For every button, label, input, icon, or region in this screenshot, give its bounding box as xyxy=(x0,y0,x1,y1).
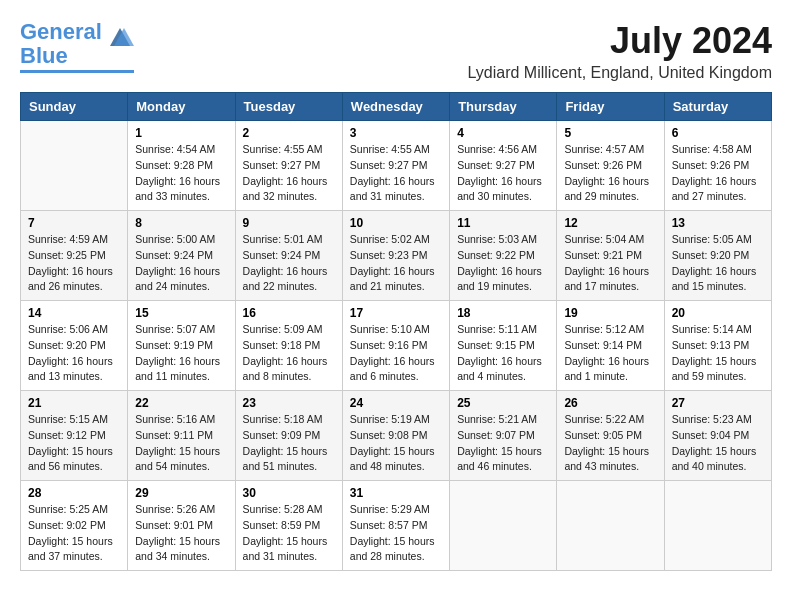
day-info: Sunrise: 5:10 AMSunset: 9:16 PMDaylight:… xyxy=(350,322,442,385)
calendar-table: SundayMondayTuesdayWednesdayThursdayFrid… xyxy=(20,92,772,571)
calendar-cell: 11Sunrise: 5:03 AMSunset: 9:22 PMDayligh… xyxy=(450,211,557,301)
calendar-cell: 6Sunrise: 4:58 AMSunset: 9:26 PMDaylight… xyxy=(664,121,771,211)
calendar-week-row: 21Sunrise: 5:15 AMSunset: 9:12 PMDayligh… xyxy=(21,391,772,481)
calendar-week-row: 28Sunrise: 5:25 AMSunset: 9:02 PMDayligh… xyxy=(21,481,772,571)
calendar-header-row: SundayMondayTuesdayWednesdayThursdayFrid… xyxy=(21,93,772,121)
day-number: 10 xyxy=(350,216,442,230)
calendar-cell: 21Sunrise: 5:15 AMSunset: 9:12 PMDayligh… xyxy=(21,391,128,481)
day-number: 3 xyxy=(350,126,442,140)
calendar-cell: 26Sunrise: 5:22 AMSunset: 9:05 PMDayligh… xyxy=(557,391,664,481)
weekday-header-sunday: Sunday xyxy=(21,93,128,121)
day-info: Sunrise: 5:22 AMSunset: 9:05 PMDaylight:… xyxy=(564,412,656,475)
calendar-cell: 24Sunrise: 5:19 AMSunset: 9:08 PMDayligh… xyxy=(342,391,449,481)
day-info: Sunrise: 5:12 AMSunset: 9:14 PMDaylight:… xyxy=(564,322,656,385)
day-number: 4 xyxy=(457,126,549,140)
calendar-cell: 31Sunrise: 5:29 AMSunset: 8:57 PMDayligh… xyxy=(342,481,449,571)
day-number: 26 xyxy=(564,396,656,410)
day-info: Sunrise: 4:55 AMSunset: 9:27 PMDaylight:… xyxy=(350,142,442,205)
calendar-cell: 1Sunrise: 4:54 AMSunset: 9:28 PMDaylight… xyxy=(128,121,235,211)
day-info: Sunrise: 4:59 AMSunset: 9:25 PMDaylight:… xyxy=(28,232,120,295)
day-info: Sunrise: 5:25 AMSunset: 9:02 PMDaylight:… xyxy=(28,502,120,565)
calendar-cell xyxy=(557,481,664,571)
day-info: Sunrise: 5:26 AMSunset: 9:01 PMDaylight:… xyxy=(135,502,227,565)
calendar-cell: 25Sunrise: 5:21 AMSunset: 9:07 PMDayligh… xyxy=(450,391,557,481)
day-info: Sunrise: 5:19 AMSunset: 9:08 PMDaylight:… xyxy=(350,412,442,475)
day-info: Sunrise: 5:21 AMSunset: 9:07 PMDaylight:… xyxy=(457,412,549,475)
calendar-cell: 14Sunrise: 5:06 AMSunset: 9:20 PMDayligh… xyxy=(21,301,128,391)
day-number: 2 xyxy=(243,126,335,140)
calendar-cell: 2Sunrise: 4:55 AMSunset: 9:27 PMDaylight… xyxy=(235,121,342,211)
weekday-header-tuesday: Tuesday xyxy=(235,93,342,121)
day-number: 16 xyxy=(243,306,335,320)
day-info: Sunrise: 4:58 AMSunset: 9:26 PMDaylight:… xyxy=(672,142,764,205)
calendar-cell xyxy=(450,481,557,571)
calendar-cell: 7Sunrise: 4:59 AMSunset: 9:25 PMDaylight… xyxy=(21,211,128,301)
calendar-week-row: 14Sunrise: 5:06 AMSunset: 9:20 PMDayligh… xyxy=(21,301,772,391)
calendar-cell: 18Sunrise: 5:11 AMSunset: 9:15 PMDayligh… xyxy=(450,301,557,391)
day-info: Sunrise: 5:05 AMSunset: 9:20 PMDaylight:… xyxy=(672,232,764,295)
day-info: Sunrise: 5:07 AMSunset: 9:19 PMDaylight:… xyxy=(135,322,227,385)
day-number: 23 xyxy=(243,396,335,410)
day-info: Sunrise: 4:55 AMSunset: 9:27 PMDaylight:… xyxy=(243,142,335,205)
day-info: Sunrise: 5:14 AMSunset: 9:13 PMDaylight:… xyxy=(672,322,764,385)
day-number: 13 xyxy=(672,216,764,230)
day-number: 31 xyxy=(350,486,442,500)
day-info: Sunrise: 5:00 AMSunset: 9:24 PMDaylight:… xyxy=(135,232,227,295)
day-info: Sunrise: 5:18 AMSunset: 9:09 PMDaylight:… xyxy=(243,412,335,475)
day-number: 27 xyxy=(672,396,764,410)
calendar-week-row: 1Sunrise: 4:54 AMSunset: 9:28 PMDaylight… xyxy=(21,121,772,211)
day-info: Sunrise: 4:54 AMSunset: 9:28 PMDaylight:… xyxy=(135,142,227,205)
day-info: Sunrise: 4:57 AMSunset: 9:26 PMDaylight:… xyxy=(564,142,656,205)
calendar-cell xyxy=(21,121,128,211)
calendar-cell: 23Sunrise: 5:18 AMSunset: 9:09 PMDayligh… xyxy=(235,391,342,481)
calendar-cell xyxy=(664,481,771,571)
day-info: Sunrise: 5:11 AMSunset: 9:15 PMDaylight:… xyxy=(457,322,549,385)
month-year-title: July 2024 xyxy=(468,20,772,62)
calendar-cell: 17Sunrise: 5:10 AMSunset: 9:16 PMDayligh… xyxy=(342,301,449,391)
calendar-cell: 12Sunrise: 5:04 AMSunset: 9:21 PMDayligh… xyxy=(557,211,664,301)
day-number: 6 xyxy=(672,126,764,140)
logo: GeneralBlue xyxy=(20,20,134,73)
day-number: 19 xyxy=(564,306,656,320)
location-subtitle: Lydiard Millicent, England, United Kingd… xyxy=(468,64,772,82)
calendar-cell: 9Sunrise: 5:01 AMSunset: 9:24 PMDaylight… xyxy=(235,211,342,301)
calendar-cell: 15Sunrise: 5:07 AMSunset: 9:19 PMDayligh… xyxy=(128,301,235,391)
calendar-cell: 13Sunrise: 5:05 AMSunset: 9:20 PMDayligh… xyxy=(664,211,771,301)
day-info: Sunrise: 5:28 AMSunset: 8:59 PMDaylight:… xyxy=(243,502,335,565)
day-number: 5 xyxy=(564,126,656,140)
day-number: 24 xyxy=(350,396,442,410)
day-info: Sunrise: 5:04 AMSunset: 9:21 PMDaylight:… xyxy=(564,232,656,295)
day-info: Sunrise: 5:15 AMSunset: 9:12 PMDaylight:… xyxy=(28,412,120,475)
day-info: Sunrise: 5:09 AMSunset: 9:18 PMDaylight:… xyxy=(243,322,335,385)
day-number: 18 xyxy=(457,306,549,320)
weekday-header-thursday: Thursday xyxy=(450,93,557,121)
day-number: 28 xyxy=(28,486,120,500)
logo-icon xyxy=(106,24,134,56)
weekday-header-friday: Friday xyxy=(557,93,664,121)
calendar-cell: 5Sunrise: 4:57 AMSunset: 9:26 PMDaylight… xyxy=(557,121,664,211)
calendar-cell: 10Sunrise: 5:02 AMSunset: 9:23 PMDayligh… xyxy=(342,211,449,301)
day-number: 30 xyxy=(243,486,335,500)
day-number: 25 xyxy=(457,396,549,410)
calendar-cell: 19Sunrise: 5:12 AMSunset: 9:14 PMDayligh… xyxy=(557,301,664,391)
logo-text: GeneralBlue xyxy=(20,20,102,68)
day-number: 17 xyxy=(350,306,442,320)
weekday-header-wednesday: Wednesday xyxy=(342,93,449,121)
calendar-cell: 30Sunrise: 5:28 AMSunset: 8:59 PMDayligh… xyxy=(235,481,342,571)
day-info: Sunrise: 5:03 AMSunset: 9:22 PMDaylight:… xyxy=(457,232,549,295)
day-number: 11 xyxy=(457,216,549,230)
title-block: July 2024 Lydiard Millicent, England, Un… xyxy=(468,20,772,82)
page-header: GeneralBlue July 2024 Lydiard Millicent,… xyxy=(20,20,772,82)
day-info: Sunrise: 5:01 AMSunset: 9:24 PMDaylight:… xyxy=(243,232,335,295)
day-info: Sunrise: 4:56 AMSunset: 9:27 PMDaylight:… xyxy=(457,142,549,205)
calendar-week-row: 7Sunrise: 4:59 AMSunset: 9:25 PMDaylight… xyxy=(21,211,772,301)
calendar-cell: 16Sunrise: 5:09 AMSunset: 9:18 PMDayligh… xyxy=(235,301,342,391)
calendar-cell: 27Sunrise: 5:23 AMSunset: 9:04 PMDayligh… xyxy=(664,391,771,481)
day-number: 12 xyxy=(564,216,656,230)
calendar-cell: 4Sunrise: 4:56 AMSunset: 9:27 PMDaylight… xyxy=(450,121,557,211)
day-number: 22 xyxy=(135,396,227,410)
day-number: 1 xyxy=(135,126,227,140)
day-number: 14 xyxy=(28,306,120,320)
day-info: Sunrise: 5:29 AMSunset: 8:57 PMDaylight:… xyxy=(350,502,442,565)
day-info: Sunrise: 5:06 AMSunset: 9:20 PMDaylight:… xyxy=(28,322,120,385)
